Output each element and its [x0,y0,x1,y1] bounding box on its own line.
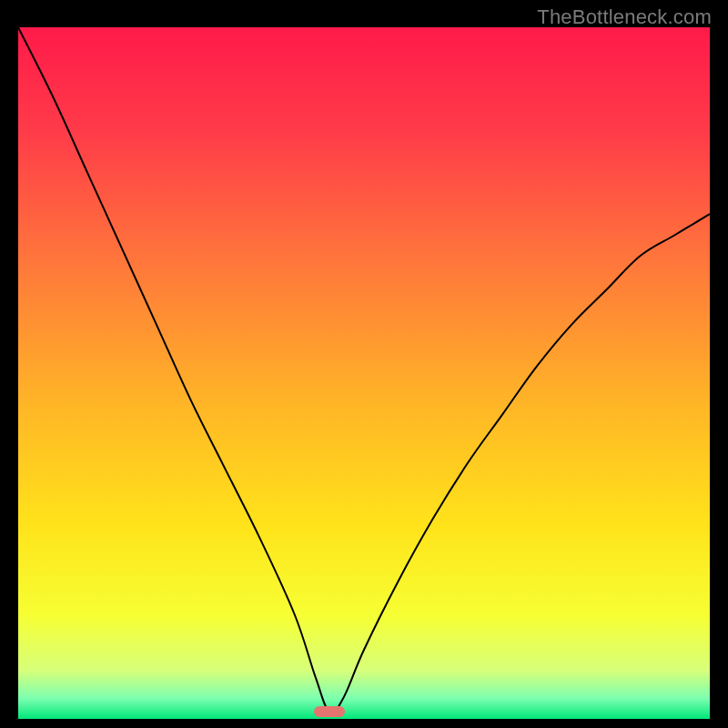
optimum-marker [314,706,345,717]
watermark-text: TheBottleneck.com [537,5,712,29]
bottleneck-curve [18,27,710,719]
plot-frame [18,27,710,719]
